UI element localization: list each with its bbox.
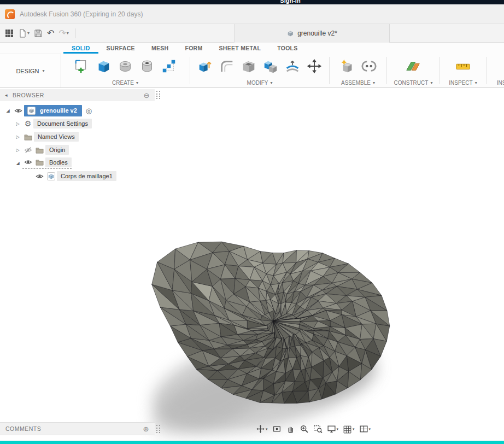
ribbon-group-modify: MODIFY ▾ [191,54,329,87]
tree-item-mesh-body[interactable]: Corps de maillage1 [0,170,160,183]
create-dropdown[interactable]: CREATE ▾ [112,78,138,87]
file-menu-button[interactable]: ▾ [16,26,32,40]
tree-item-root[interactable]: ◢ grenouille v2 ◎ [0,104,160,117]
tree-item-label: Bodies [45,157,72,167]
tree-item-named-views[interactable]: ▷ Named Views [0,130,160,143]
app-grid-button[interactable] [3,26,16,40]
construct-dropdown[interactable]: CONSTRUCT ▾ [394,78,433,87]
viewport-canvas[interactable]: ◂ BROWSER ⊖ ◢ grenouille v2 ◎ ▷ ⚙ [0,88,504,441]
tree-item-bodies[interactable]: ◢ Bodies [0,156,160,170]
extrude-button[interactable] [92,55,114,77]
fit-button[interactable] [311,422,325,436]
pattern-icon [161,58,177,74]
insert-dropdown[interactable]: INSERT ▾ [497,78,504,87]
tab-solid[interactable]: SOLID [63,43,98,54]
insert-icon [501,58,504,74]
insert-button[interactable] [498,55,504,77]
design-dropdown[interactable]: DESIGN ▾ [0,54,61,87]
grid-icon [343,424,352,434]
ribbon-group-divider [486,57,487,84]
pattern-button[interactable] [158,55,180,77]
panel-resize-grip[interactable] [156,425,160,433]
minimize-browser-icon[interactable]: ⊖ [144,92,150,99]
fit-icon [313,424,323,434]
extrude-icon [95,58,112,74]
zoom-icon [300,424,309,434]
tree-item-label: Origin [45,145,69,155]
expanded-arrow-icon[interactable]: ◢ [3,108,13,113]
caret-down-icon: ▾ [270,80,272,85]
ribbon-tab-bar: SOLID SURFACE MESH FORM SHEET METAL TOOL… [0,43,504,54]
tab-tools[interactable]: TOOLS [269,43,306,54]
add-comment-icon[interactable]: ⊕ [143,425,149,433]
combine-button[interactable] [260,55,282,77]
inspect-group-label: INSPECT [449,80,472,86]
display-settings-button[interactable]: ▾ [325,422,341,436]
caret-down-icon: ▾ [67,31,69,36]
tab-mesh[interactable]: MESH [143,43,177,54]
grid-snaps-button[interactable]: ▾ [341,422,357,436]
visibility-eye-icon[interactable] [24,158,32,166]
browser-tree: ◢ grenouille v2 ◎ ▷ ⚙ Document Settings … [0,104,160,183]
assemble-dropdown[interactable]: ASSEMBLE ▾ [341,78,375,87]
ribbon-group-divider [329,57,330,84]
fusion-360-window: Sign-In Autodesk Fusion 360 (Expiring in… [0,0,504,444]
press-pull-button[interactable] [194,55,216,77]
viewports-icon [359,424,368,434]
tree-item-document-settings[interactable]: ▷ ⚙ Document Settings [0,117,160,130]
shell-button[interactable] [238,55,260,77]
sign-in-button[interactable]: Sign-In [280,0,300,4]
activate-component-radio[interactable]: ◎ [86,107,92,115]
hole-button[interactable] [136,55,158,77]
viewports-button[interactable]: ▾ [357,422,373,436]
construction-plane-button[interactable] [402,55,424,77]
redo-button[interactable]: ↷▾ [56,26,71,40]
measure-button[interactable] [452,55,474,77]
orbit-button[interactable]: ▾ [254,422,270,436]
offset-face-button[interactable] [282,55,303,77]
visibility-off-eye-icon[interactable] [24,146,32,154]
design-dropdown-label: DESIGN [16,68,39,74]
visibility-eye-icon[interactable] [14,107,22,115]
collapsed-arrow-icon[interactable]: ▷ [13,135,22,139]
tree-item-label: Named Views [34,132,79,142]
move-copy-button[interactable] [303,55,325,77]
ribbon-group-inspect: INSPECT ▾ [441,54,485,87]
collapse-panel-icon[interactable]: ◂ [5,92,8,98]
expanded-arrow-icon[interactable]: ◢ [13,161,22,166]
save-button[interactable] [32,26,45,40]
modify-group-label: MODIFY [247,80,268,86]
visibility-eye-icon[interactable] [36,172,44,180]
browser-header: ◂ BROWSER ⊖ [0,89,155,101]
new-component-button[interactable] [336,55,358,77]
inspect-dropdown[interactable]: INSPECT ▾ [449,78,477,87]
tab-surface[interactable]: SURFACE [98,43,143,54]
tree-item-origin[interactable]: ▷ Origin [0,143,160,156]
caret-down-icon: ▾ [369,427,371,431]
save-icon [34,29,43,38]
collapsed-arrow-icon[interactable]: ▷ [13,148,22,153]
modify-dropdown[interactable]: MODIFY ▾ [247,78,273,87]
collapsed-arrow-icon[interactable]: ▷ [13,121,22,126]
create-sketch-icon [73,58,90,74]
document-tab[interactable]: grenouille v2* [234,24,390,43]
navigation-toolbar: ▾ [254,422,373,436]
offset-face-icon [284,58,301,74]
joint-button[interactable] [358,55,380,77]
zoom-button[interactable] [297,422,311,436]
create-sketch-button[interactable] [71,55,92,77]
panel-resize-grip[interactable] [156,91,160,99]
look-at-button[interactable] [270,422,284,436]
hole-icon [139,58,155,74]
comments-panel[interactable]: COMMENTS ⊕ [0,422,155,435]
assemble-group-label: ASSEMBLE [341,80,371,86]
tab-sheet-metal[interactable]: SHEET METAL [211,43,269,54]
undo-button[interactable]: ↶ [45,26,56,40]
pan-button[interactable] [284,422,297,436]
ribbon-group-insert: INSERT ▾ [487,54,504,87]
revolve-button[interactable] [114,55,136,77]
folder-icon [36,146,44,154]
fillet-button[interactable] [216,55,238,77]
tree-item-label: Document Settings [33,119,92,128]
tab-form[interactable]: FORM [177,43,210,54]
